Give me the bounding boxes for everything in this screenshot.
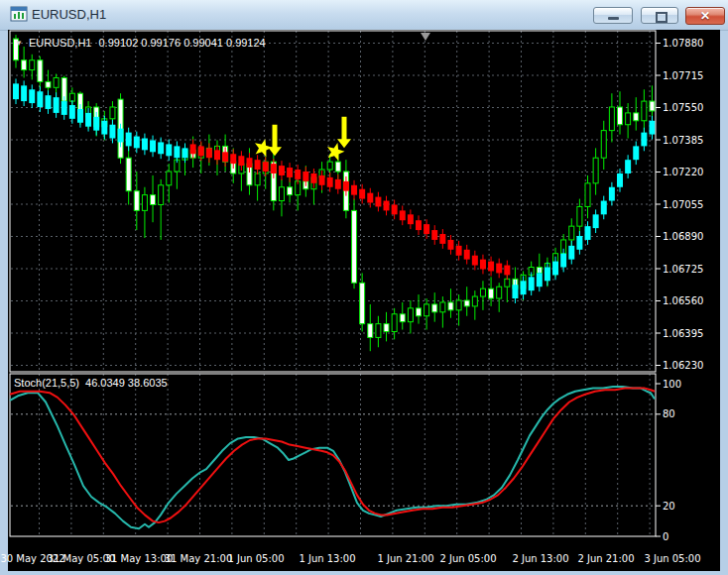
trend-candle-body (375, 197, 381, 207)
trend-candle-body (29, 89, 35, 103)
candle-body (368, 324, 373, 338)
trend-candle-body (206, 148, 212, 158)
candle-body (601, 131, 606, 159)
trend-candle-body (439, 234, 445, 244)
candle-body (22, 60, 27, 70)
trend-candle-body (222, 152, 228, 162)
trend-candle-body (408, 214, 414, 224)
candle-body (464, 300, 469, 306)
candle-body (650, 101, 655, 111)
candle-body (134, 191, 139, 211)
candle-body (384, 324, 389, 332)
candle-body (440, 302, 445, 312)
time-axis-label: 31 May 13:00 (105, 553, 174, 564)
trend-candle-body (400, 210, 406, 220)
trend-candle-body (537, 273, 543, 287)
trend-candle-body (504, 266, 510, 276)
trend-candle-body (521, 281, 527, 294)
candle-body (417, 308, 422, 316)
candle-body (408, 308, 413, 322)
trend-candle-body (255, 160, 261, 170)
candle-body (360, 283, 365, 323)
price-tick-label: 1.06560 (663, 295, 703, 306)
candle-body (425, 304, 429, 316)
chart-ohlc-values: 0.99102 0.99176 0.99041 0.99124 (99, 37, 266, 49)
candle-body (585, 183, 590, 207)
candle-body (126, 158, 131, 190)
candle-body (618, 107, 623, 125)
candle-body (255, 173, 260, 185)
trend-candle-body (560, 254, 566, 268)
signal-star-icon (255, 139, 273, 157)
candle-body (167, 172, 172, 185)
time-axis-label: 1 Jun 13:00 (299, 553, 355, 564)
time-axis-label: 31 May 21:00 (165, 553, 233, 564)
trend-candle-body (424, 224, 429, 234)
trend-candle-body (45, 95, 51, 109)
candle-body (634, 113, 639, 121)
trend-candle-body (287, 168, 293, 177)
price-tick-label: 1.07220 (663, 167, 703, 177)
trend-candle-body (641, 133, 647, 147)
time-axis-label: 3 Jun 05:00 (644, 553, 700, 564)
candle-body (400, 314, 405, 322)
candle-body (472, 296, 477, 306)
stoch-tick-label: 0 (663, 531, 668, 542)
trend-candle-body (69, 105, 75, 119)
trend-candle-body (545, 268, 550, 282)
trend-candle-body (585, 226, 591, 240)
trend-candle-body (367, 193, 373, 203)
candle-body (642, 101, 647, 121)
price-tick-label: 1.06890 (663, 231, 703, 242)
trend-candle-body (190, 144, 196, 154)
trend-candle-body (214, 150, 220, 160)
time-axis-label: 1 Jun 21:00 (377, 553, 433, 564)
trend-candle-body (335, 179, 341, 189)
candle-body (159, 185, 164, 205)
trend-candle-body (134, 137, 140, 149)
trend-candle-body (319, 175, 325, 185)
trend-candle-body (13, 83, 19, 99)
main-chart-plot[interactable] (10, 31, 656, 372)
trend-candle-body (568, 246, 574, 260)
trend-candle-body (359, 189, 365, 199)
trend-candle-body (303, 172, 308, 181)
trend-candle-body (198, 146, 204, 156)
trend-candle-body (456, 246, 462, 256)
trend-candle-body (488, 262, 494, 272)
candle-body (376, 324, 381, 338)
stoch-tick-label: 20 (663, 501, 675, 512)
stochastic-main-line (10, 387, 655, 528)
trend-candle-body (246, 158, 252, 168)
chart-canvas: 1.078801.077151.075501.073851.072201.070… (0, 0, 728, 575)
stoch-tick-label: 100 (663, 379, 681, 390)
candle-body (110, 107, 115, 119)
candle-body (569, 226, 574, 240)
trend-candle-body (61, 101, 67, 115)
stochastic-header: Stoch(21,5,5)46.0349 38.6035 (14, 377, 168, 389)
trend-candle-body (617, 173, 623, 187)
trend-candle-body (601, 201, 607, 215)
candle-body (352, 210, 357, 283)
trend-candle-body (392, 204, 398, 214)
chart-shift-marker-icon (421, 33, 430, 41)
trend-candle-body (158, 142, 164, 154)
trend-candle-body (416, 220, 422, 230)
trend-candle-body (529, 277, 535, 290)
candle-body (46, 81, 51, 87)
candle-body (432, 304, 437, 312)
trend-candle-body (447, 240, 453, 250)
trend-candle-body (54, 97, 60, 113)
candle-body (335, 162, 340, 172)
trend-candle-body (101, 121, 107, 135)
price-tick-label: 1.07550 (663, 102, 703, 113)
stochastic-signal-line (10, 389, 655, 522)
candle-body (626, 113, 631, 125)
candle-body (593, 158, 598, 183)
trend-candle-body (126, 133, 132, 147)
chart-symbol-period: EURUSD,H1 (29, 37, 92, 49)
candle-body (497, 287, 502, 298)
trend-candle-body (263, 162, 269, 172)
time-axis-label: 2 Jun 05:00 (439, 553, 496, 564)
time-axis-label: 2 Jun 21:00 (577, 553, 634, 564)
